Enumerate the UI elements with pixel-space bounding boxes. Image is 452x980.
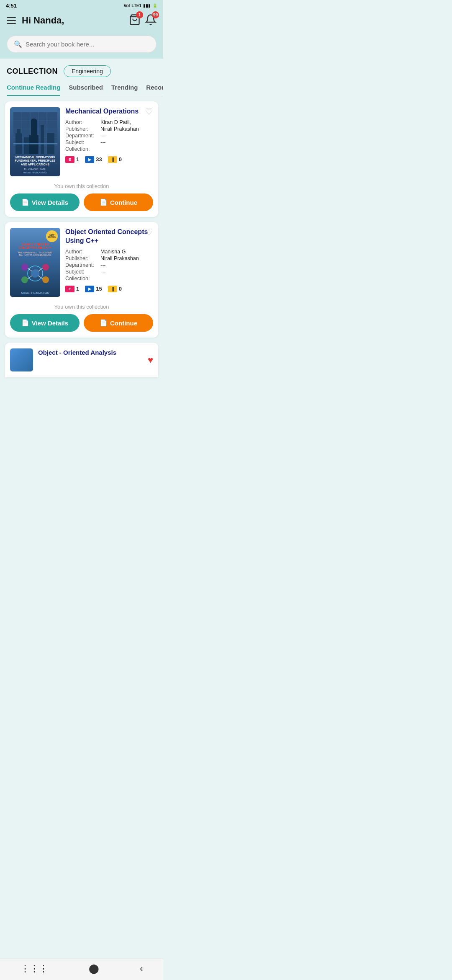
tab-subscribed[interactable]: Subscribed: [69, 84, 103, 96]
hamburger-menu[interactable]: [7, 17, 16, 24]
card-top-2: NEWEDITION OBJECT ORIENTEDCONCEPTS USING…: [5, 222, 158, 301]
continue-button-1[interactable]: 📄 Continue: [84, 193, 153, 211]
subject-value-2: ---: [100, 269, 106, 275]
video-icon-2: ▶: [85, 286, 94, 292]
ebook-icon: E: [65, 156, 74, 163]
svg-rect-16: [41, 125, 44, 154]
book-card-1: MECHANICAL OPERATIONSFundamental Princip…: [5, 101, 158, 217]
department-value-2: ---: [100, 262, 106, 268]
svg-point-22: [42, 264, 49, 271]
search-input[interactable]: [26, 41, 149, 48]
book-card-3: Object - Oriented Analysis ♥: [5, 343, 158, 377]
ebook-icon-2: E: [65, 286, 74, 292]
subject-label: Subject:: [65, 139, 99, 145]
collection-section: COLLECTION Engineering: [0, 59, 163, 77]
collection-label-2: Collection:: [65, 276, 99, 281]
author-label: Author:: [65, 119, 99, 125]
search-bar: 🔍: [7, 36, 157, 53]
lte-icon: Vol: [123, 3, 130, 8]
publisher-value-1: Nirali Prakashan: [100, 126, 139, 132]
publisher-label: Publisher:: [65, 126, 99, 132]
publisher-value-2: Nirali Prakashan: [100, 255, 139, 261]
author-label-2: Author:: [65, 249, 99, 255]
battery-icon: 🔋: [152, 3, 157, 8]
department-value-1: ---: [100, 133, 106, 139]
svg-point-14: [31, 119, 37, 123]
card-actions-2: 📄 View Details 📄 Continue: [5, 314, 158, 338]
header: Hi Nanda, 1 99: [0, 10, 163, 32]
card-actions-1: 📄 View Details 📄 Continue: [5, 193, 158, 217]
notification-badge: 99: [152, 11, 159, 18]
like-button-3[interactable]: ♥: [148, 348, 153, 371]
subject-label-2: Subject:: [65, 269, 99, 275]
cart-badge: 1: [136, 11, 143, 18]
author-value-1: Kiran D Patil,: [100, 119, 131, 125]
department-label-2: Department:: [65, 262, 99, 268]
book-cover-3: [10, 348, 33, 371]
publisher-label-2: Publisher:: [65, 255, 99, 261]
search-icon: 🔍: [14, 40, 22, 48]
card-top-1: MECHANICAL OPERATIONSFundamental Princip…: [5, 101, 158, 181]
card-info-1: Mechanical Operations Author: Kiran D Pa…: [65, 107, 153, 176]
owned-label-1: You own this collection: [5, 181, 158, 193]
ebook-count-1: E 1: [65, 156, 79, 163]
subject-value-1: ---: [100, 139, 106, 145]
continue-doc-icon-1: 📄: [100, 199, 108, 206]
continue-button-2[interactable]: 📄 Continue: [84, 314, 153, 332]
view-details-button-1[interactable]: 📄 View Details: [10, 193, 80, 211]
svg-rect-12: [24, 137, 29, 154]
video-count-1: ▶ 33: [85, 156, 102, 163]
book-title-1: Mechanical Operations: [65, 107, 153, 116]
like-button-2[interactable]: ♡: [145, 227, 153, 238]
tab-recommended[interactable]: Recommended: [146, 84, 163, 96]
book-title-2: Object Oriented Concepts Using C++: [65, 228, 153, 245]
video-count-2: ▶ 15: [85, 286, 102, 292]
signal-bars: ▮▮▮: [143, 3, 151, 8]
book-title-3: Object - Oriented Analysis: [38, 348, 143, 368]
books-list: MECHANICAL OPERATIONSFundamental Princip…: [0, 96, 163, 407]
svg-rect-11: [17, 129, 21, 154]
owned-label-2: You own this collection: [5, 301, 158, 314]
new-edition-badge: NEWEDITION: [46, 230, 58, 242]
notification-button[interactable]: 99: [145, 14, 157, 27]
cart-button[interactable]: 1: [129, 14, 141, 27]
tab-continue-reading[interactable]: Continue Reading: [7, 84, 60, 96]
media-counts-1: E 1 ▶ 33 ▐ 0: [65, 156, 153, 163]
flash-count-2: ▐ 0: [108, 286, 122, 292]
continue-doc-icon-2: 📄: [100, 319, 108, 327]
header-actions: 1 99: [129, 14, 157, 27]
book-cover-2: NEWEDITION OBJECT ORIENTEDCONCEPTS USING…: [10, 228, 60, 297]
status-icons: Vol LTE1 ▮▮▮ 🔋: [123, 3, 157, 8]
tabs-bar: Continue Reading Subscribed Trending Rec…: [0, 77, 163, 96]
heart-empty-icon-2: ♡: [145, 227, 153, 237]
card-info-2: Object Oriented Concepts Using C++ Autho…: [65, 228, 153, 297]
book-cover-1: MECHANICAL OPERATIONSFundamental Princip…: [10, 107, 60, 176]
flash-count-1: ▐ 0: [108, 156, 122, 163]
video-icon: ▶: [85, 156, 94, 163]
svg-point-20: [31, 269, 39, 278]
greeting: Hi Nanda,: [22, 15, 129, 26]
tab-trending[interactable]: Trending: [111, 84, 138, 96]
flash-icon-2: ▐: [108, 286, 117, 292]
heart-filled-icon-3: ♥: [148, 355, 153, 365]
ebook-count-2: E 1: [65, 286, 79, 292]
author-value-2: Manisha G: [100, 249, 126, 255]
svg-point-23: [21, 276, 28, 283]
svg-rect-15: [29, 135, 39, 154]
search-section: 🔍: [0, 32, 163, 59]
view-details-button-2[interactable]: 📄 View Details: [10, 314, 80, 332]
document-icon-2: 📄: [21, 319, 29, 327]
card-top-3: Object - Oriented Analysis ♥: [5, 343, 158, 377]
collection-label-1: Collection:: [65, 146, 99, 152]
status-bar: 4:51 Vol LTE1 ▮▮▮ 🔋: [0, 0, 163, 10]
collection-tag[interactable]: Engineering: [64, 65, 111, 77]
svg-point-21: [21, 264, 28, 271]
collection-label: COLLECTION: [7, 67, 58, 76]
like-button-1[interactable]: ♡: [145, 106, 153, 117]
signal-lte: LTE1: [131, 3, 141, 8]
book-card-2: NEWEDITION OBJECT ORIENTEDCONCEPTS USING…: [5, 222, 158, 338]
status-time: 4:51: [6, 3, 17, 9]
media-counts-2: E 1 ▶ 15 ▐ 0: [65, 286, 153, 292]
heart-empty-icon-1: ♡: [145, 106, 153, 117]
flash-icon: ▐: [108, 156, 117, 163]
